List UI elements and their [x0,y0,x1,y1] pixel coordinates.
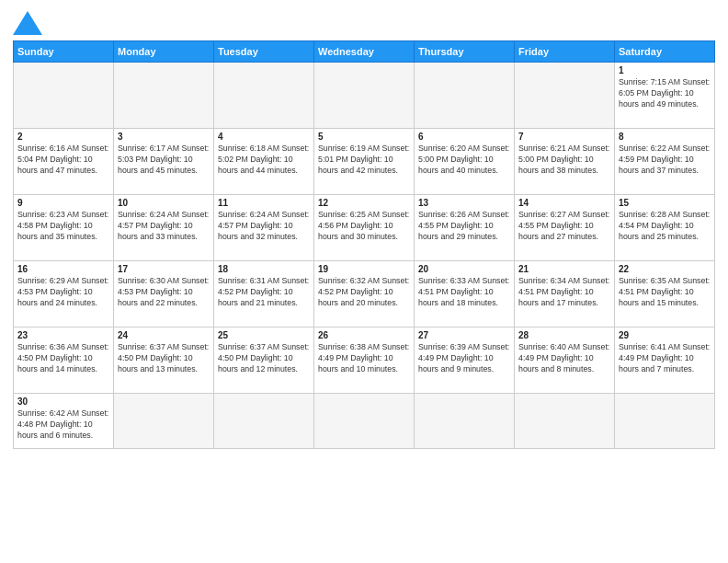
day-number: 11 [218,198,310,208]
calendar-cell [114,394,214,449]
calendar-cell: 28Sunrise: 6:40 AM Sunset: 4:49 PM Dayli… [515,327,615,394]
calendar-cell [314,394,415,449]
calendar-cell [314,63,415,129]
day-number: 12 [318,198,410,208]
day-number: 21 [518,264,610,274]
calendar-cell [14,63,114,129]
day-number: 1 [619,65,711,75]
calendar-cell: 13Sunrise: 6:26 AM Sunset: 4:55 PM Dayli… [415,195,515,261]
day-info: Sunrise: 6:24 AM Sunset: 4:57 PM Dayligh… [118,210,210,243]
calendar-week-row: 16Sunrise: 6:29 AM Sunset: 4:53 PM Dayli… [14,261,715,327]
day-info: Sunrise: 6:33 AM Sunset: 4:51 PM Dayligh… [418,276,510,309]
day-info: Sunrise: 6:23 AM Sunset: 4:58 PM Dayligh… [17,210,109,243]
day-number: 20 [418,264,510,274]
day-info: Sunrise: 6:38 AM Sunset: 4:49 PM Dayligh… [318,342,410,375]
calendar-cell: 5Sunrise: 6:19 AM Sunset: 5:01 PM Daylig… [314,129,415,195]
day-number: 25 [218,330,310,340]
calendar-cell: 11Sunrise: 6:24 AM Sunset: 4:57 PM Dayli… [214,195,314,261]
day-info: Sunrise: 6:25 AM Sunset: 4:56 PM Dayligh… [318,210,410,243]
header [13,9,715,35]
calendar-cell: 9Sunrise: 6:23 AM Sunset: 4:58 PM Daylig… [14,195,114,261]
day-number: 4 [218,132,310,142]
day-number: 15 [619,198,711,208]
day-number: 30 [17,396,109,407]
weekday-header-tuesday: Tuesday [214,41,314,63]
calendar-cell: 1Sunrise: 7:15 AM Sunset: 6:05 PM Daylig… [615,63,715,129]
calendar-cell: 16Sunrise: 6:29 AM Sunset: 4:53 PM Dayli… [14,261,114,327]
calendar-table: SundayMondayTuesdayWednesdayThursdayFrid… [13,40,715,449]
day-number: 5 [318,132,410,142]
day-number: 2 [17,132,109,142]
day-number: 10 [118,198,210,208]
calendar-cell [615,394,715,449]
day-info: Sunrise: 6:16 AM Sunset: 5:04 PM Dayligh… [17,144,109,177]
weekday-header-row: SundayMondayTuesdayWednesdayThursdayFrid… [14,41,715,63]
day-number: 14 [518,198,610,208]
weekday-header-sunday: Sunday [14,41,114,63]
calendar-cell: 6Sunrise: 6:20 AM Sunset: 5:00 PM Daylig… [415,129,515,195]
day-number: 26 [318,330,410,340]
calendar-cell: 8Sunrise: 6:22 AM Sunset: 4:59 PM Daylig… [615,129,715,195]
day-info: Sunrise: 7:15 AM Sunset: 6:05 PM Dayligh… [619,77,711,110]
calendar-cell: 29Sunrise: 6:41 AM Sunset: 4:49 PM Dayli… [615,327,715,394]
calendar-week-row: 2Sunrise: 6:16 AM Sunset: 5:04 PM Daylig… [14,129,715,195]
day-info: Sunrise: 6:36 AM Sunset: 4:50 PM Dayligh… [17,342,109,375]
day-number: 18 [218,264,310,274]
day-info: Sunrise: 6:42 AM Sunset: 4:48 PM Dayligh… [17,408,109,442]
weekday-header-monday: Monday [114,41,214,63]
calendar-cell: 4Sunrise: 6:18 AM Sunset: 5:02 PM Daylig… [214,129,314,195]
calendar-cell: 10Sunrise: 6:24 AM Sunset: 4:57 PM Dayli… [114,195,214,261]
day-number: 23 [17,330,109,340]
day-number: 17 [118,264,210,274]
calendar-cell: 19Sunrise: 6:32 AM Sunset: 4:52 PM Dayli… [314,261,415,327]
calendar-cell [515,63,615,129]
calendar-cell: 23Sunrise: 6:36 AM Sunset: 4:50 PM Dayli… [14,327,114,394]
day-info: Sunrise: 6:30 AM Sunset: 4:53 PM Dayligh… [118,276,210,309]
day-number: 6 [418,132,510,142]
logo [13,9,44,35]
day-info: Sunrise: 6:41 AM Sunset: 4:49 PM Dayligh… [619,342,711,375]
day-number: 29 [619,330,711,340]
calendar-week-row: 9Sunrise: 6:23 AM Sunset: 4:58 PM Daylig… [14,195,715,261]
day-number: 28 [518,330,610,340]
day-info: Sunrise: 6:40 AM Sunset: 4:49 PM Dayligh… [518,342,610,375]
calendar-cell [214,63,314,129]
day-info: Sunrise: 6:26 AM Sunset: 4:55 PM Dayligh… [418,210,510,243]
weekday-header-thursday: Thursday [415,41,515,63]
day-info: Sunrise: 6:29 AM Sunset: 4:53 PM Dayligh… [17,276,109,309]
calendar-week-row: 23Sunrise: 6:36 AM Sunset: 4:50 PM Dayli… [14,327,715,394]
day-info: Sunrise: 6:19 AM Sunset: 5:01 PM Dayligh… [318,144,410,177]
day-number: 3 [118,132,210,142]
day-number: 7 [518,132,610,142]
day-info: Sunrise: 6:37 AM Sunset: 4:50 PM Dayligh… [218,342,310,375]
day-number: 16 [17,264,109,274]
day-number: 9 [17,198,109,208]
day-info: Sunrise: 6:34 AM Sunset: 4:51 PM Dayligh… [518,276,610,309]
day-info: Sunrise: 6:32 AM Sunset: 4:52 PM Dayligh… [318,276,410,309]
calendar-cell [214,394,314,449]
day-number: 22 [619,264,711,274]
day-number: 24 [118,330,210,340]
calendar-cell [114,63,214,129]
calendar-cell [415,394,515,449]
day-info: Sunrise: 6:37 AM Sunset: 4:50 PM Dayligh… [118,342,210,375]
page: SundayMondayTuesdayWednesdayThursdayFrid… [0,0,728,563]
day-info: Sunrise: 6:35 AM Sunset: 4:51 PM Dayligh… [619,276,711,309]
day-info: Sunrise: 6:21 AM Sunset: 5:00 PM Dayligh… [518,144,610,177]
day-info: Sunrise: 6:28 AM Sunset: 4:54 PM Dayligh… [619,210,711,243]
calendar-week-row: 1Sunrise: 7:15 AM Sunset: 6:05 PM Daylig… [14,63,715,129]
calendar-cell: 21Sunrise: 6:34 AM Sunset: 4:51 PM Dayli… [515,261,615,327]
calendar-cell: 7Sunrise: 6:21 AM Sunset: 5:00 PM Daylig… [515,129,615,195]
calendar-cell [415,63,515,129]
weekday-header-friday: Friday [515,41,615,63]
day-info: Sunrise: 6:31 AM Sunset: 4:52 PM Dayligh… [218,276,310,309]
day-info: Sunrise: 6:18 AM Sunset: 5:02 PM Dayligh… [218,144,310,177]
calendar-cell: 30Sunrise: 6:42 AM Sunset: 4:48 PM Dayli… [14,394,114,449]
calendar-cell: 20Sunrise: 6:33 AM Sunset: 4:51 PM Dayli… [415,261,515,327]
calendar-cell: 15Sunrise: 6:28 AM Sunset: 4:54 PM Dayli… [615,195,715,261]
day-info: Sunrise: 6:39 AM Sunset: 4:49 PM Dayligh… [418,342,510,375]
calendar-cell: 24Sunrise: 6:37 AM Sunset: 4:50 PM Dayli… [114,327,214,394]
day-info: Sunrise: 6:27 AM Sunset: 4:55 PM Dayligh… [518,210,610,243]
calendar-cell: 14Sunrise: 6:27 AM Sunset: 4:55 PM Dayli… [515,195,615,261]
day-info: Sunrise: 6:24 AM Sunset: 4:57 PM Dayligh… [218,210,310,243]
